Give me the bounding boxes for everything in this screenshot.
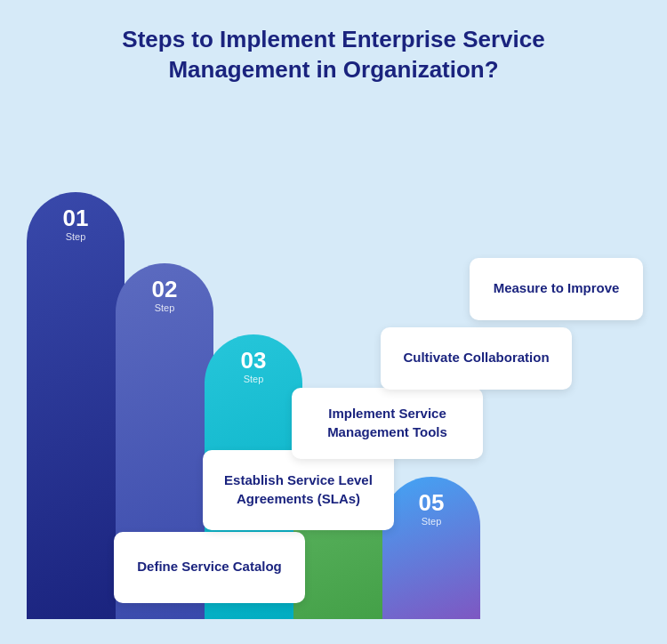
step-5-label: Step — [382, 516, 480, 527]
step-3-description-box: Implement Service Management Tools — [292, 388, 483, 459]
step-2-description-box: Establish Service Level Agreements (SLAs… — [203, 450, 394, 530]
step-2-number: 02 — [116, 278, 213, 301]
step-1-description-box: Define Service Catalog — [114, 532, 305, 603]
step-1-description: Define Service Catalog — [137, 558, 282, 576]
staircase-diagram: 01 Step 02 Step 03 Step 04 Step 05 Step … — [0, 103, 667, 619]
step-3-label: Step — [205, 374, 302, 384]
step-4-description-box: Cultivate Collaboration — [381, 327, 572, 390]
step-4-description: Cultivate Collaboration — [403, 349, 549, 366]
step-2-label: Step — [116, 302, 213, 313]
step-5-description-box: Measure to Improve — [470, 258, 643, 320]
step-3-number: 03 — [205, 349, 302, 372]
step-2-description: Establish Service Level Agreements (SLAs… — [216, 471, 381, 508]
step-arch-5: 05 Step — [382, 477, 480, 619]
step-1-number: 01 — [27, 206, 125, 229]
step-5-number: 05 — [382, 491, 480, 514]
step-1-label: Step — [27, 231, 125, 242]
page-title: Steps to Implement Enterprise Service Ma… — [0, 0, 667, 94]
step-3-description: Implement Service Management Tools — [305, 405, 470, 441]
step-arch-1: 01 Step — [27, 192, 125, 619]
step-5-description: Measure to Improve — [494, 279, 620, 297]
